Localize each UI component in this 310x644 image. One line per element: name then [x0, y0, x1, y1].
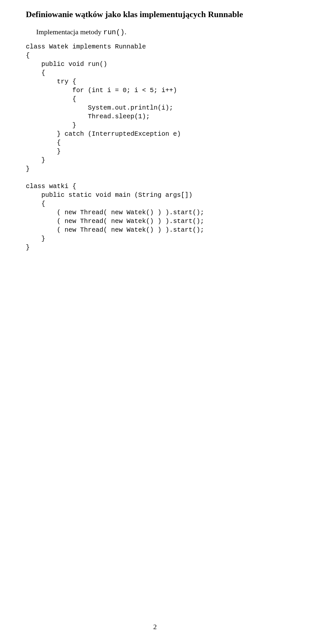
section-heading: Definiowanie wątków jako klas implementu…	[26, 10, 284, 19]
intro-suffix: .	[125, 28, 127, 36]
page: Definiowanie wątków jako klas implementu…	[0, 0, 310, 265]
intro-prefix: Implementacja metody	[36, 28, 103, 36]
intro-code: run()	[103, 28, 125, 37]
intro-text: Implementacja metody run().	[36, 28, 284, 37]
code-block: class Watek implements Runnable { public…	[26, 42, 284, 252]
page-number: 2	[0, 623, 310, 631]
